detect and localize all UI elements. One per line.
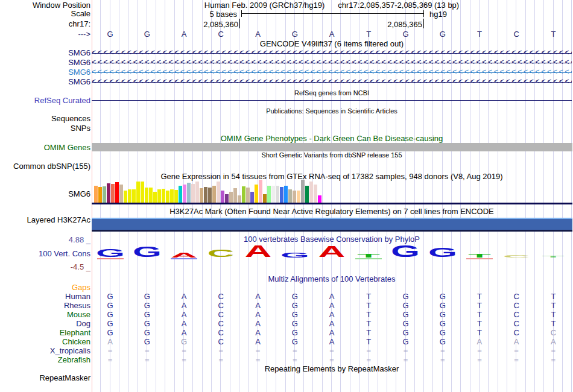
alignment-base: = [514,347,519,355]
species-label-zebrafish[interactable]: Zebrafish [0,356,90,364]
alignment-base: G [402,302,408,310]
alignment-base: = [145,347,150,355]
alignment-base: T [551,302,556,310]
alignment-base: A [182,292,187,301]
alignment-base: G [107,320,113,328]
alignment-base: T [551,311,556,319]
alignment-base: T [366,320,371,328]
alignment-base: = [329,356,334,364]
alignment-base: A [255,320,261,328]
alignment-base: G [440,320,446,328]
alignment-base: G [144,329,150,337]
alignment-base: = [404,347,408,355]
alignment-base: G [402,329,408,337]
alignment-base: C [218,311,224,319]
alignment-base: T [551,320,556,328]
multiz-alignment-grid[interactable]: HumanGGACAGATGGTCTRhesusGGACAGATGGTCTMou… [0,0,573,392]
species-label-mouse[interactable]: Mouse [0,311,90,319]
alignment-base: C [513,302,519,310]
alignment-base: = [219,347,224,355]
alignment-base: = [404,356,408,364]
alignment-base: = [256,347,261,355]
alignment-base: T [477,302,482,310]
alignment-base: = [477,356,482,364]
alignment-base: G [440,329,446,337]
alignment-base: C [218,320,224,328]
alignment-base: C [513,311,519,319]
alignment-base: G [440,302,446,310]
track-label-repeatmasker[interactable]: RepeatMasker [0,374,90,382]
repeatmasker-title: Repeating Elements by RepeatMasker [92,365,572,373]
alignment-base: A [182,311,187,319]
alignment-base: G [107,302,113,310]
species-label-dog[interactable]: Dog [0,320,90,328]
alignment-base: = [293,347,297,355]
alignment-base: A [551,338,556,346]
alignment-base: C [513,329,519,337]
alignment-base: G [292,292,298,301]
alignment-base: T [366,302,371,310]
species-label-x_tropicalis[interactable]: X_tropicalis [0,347,90,355]
alignment-base: A [477,338,483,346]
alignment-base: = [551,356,556,364]
alignment-base: G [402,292,408,301]
alignment-base: = [108,347,113,355]
alignment-base: G [440,311,446,319]
alignment-base: A [255,311,261,319]
alignment-base: = [366,356,371,364]
alignment-base: = [182,347,186,355]
alignment-base: A [329,302,335,310]
alignment-base: = [145,356,150,364]
alignment-base: C [218,292,224,301]
species-label-rhesus[interactable]: Rhesus [0,302,90,310]
alignment-base: A [329,329,335,337]
alignment-base: T [477,311,482,319]
alignment-base: C [218,329,224,337]
alignment-base: A [255,292,261,301]
alignment-base: = [514,356,519,364]
alignment-base: A [329,311,335,319]
alignment-base: T [477,292,482,301]
alignment-base: A [255,302,261,310]
alignment-base: = [551,347,556,355]
species-label-human[interactable]: Human [0,292,90,301]
alignment-base: T [366,338,371,346]
alignment-base: A [329,292,335,301]
alignment-base: = [219,356,224,364]
alignment-base: G [107,329,113,337]
species-label-chicken[interactable]: Chicken [0,338,90,346]
alignment-base: G [144,302,150,310]
genome-browser-view: Human Feb. 2009 (GRCh37/hg19)chr17:2,085… [0,0,573,392]
species-label-elephant[interactable]: Elephant [0,329,90,337]
alignment-base: C [218,338,224,346]
alignment-base: G [402,338,408,346]
alignment-base: A [255,338,261,346]
alignment-base: A [329,320,335,328]
alignment-base: C [513,292,519,301]
alignment-base: A [182,320,187,328]
alignment-base: T [366,311,371,319]
alignment-base: = [293,356,297,364]
alignment-base: = [440,356,445,364]
alignment-base: = [108,356,113,364]
alignment-base: G [144,311,150,319]
alignment-base: G [144,338,150,346]
alignment-base: T [477,329,482,337]
alignment-base: = [329,347,334,355]
alignment-base: A [329,338,335,346]
alignment-base: A [255,329,261,337]
alignment-base: T [551,292,556,301]
alignment-base: G [292,311,298,319]
alignment-base: = [256,356,261,364]
alignment-base: G [440,292,446,301]
alignment-base: T [366,292,371,301]
alignment-base: T [366,329,371,337]
alignment-base: C [551,329,556,337]
alignment-base: G [292,320,298,328]
alignment-base: G [144,292,150,301]
alignment-base: A [107,338,113,346]
alignment-base: G [181,338,187,346]
alignment-base: C [513,320,519,328]
alignment-base: G [402,320,408,328]
alignment-base: T [477,320,482,328]
